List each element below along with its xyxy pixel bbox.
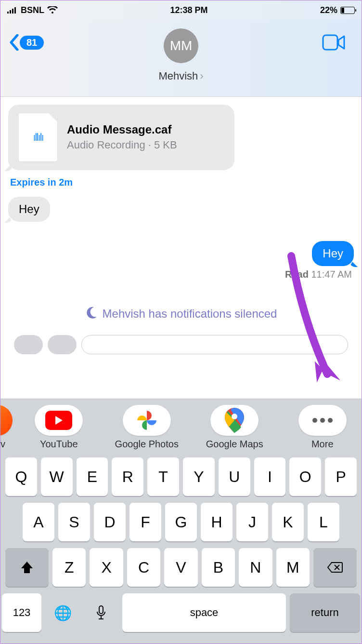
signal-icon [7,7,18,13]
key-r[interactable]: R [112,457,143,496]
key-y[interactable]: Y [183,457,215,496]
key-x[interactable]: X [90,548,123,587]
keyboard: QWERTYUIOP ASDFGHJKL ZXCVBNM 123 🌐 space… [0,453,362,644]
battery-percent: 22% [320,5,337,15]
video-call-button[interactable] [322,34,345,53]
key-e[interactable]: E [77,457,108,496]
key-w[interactable]: W [41,457,73,496]
app-google-photos[interactable]: Google Photos [108,405,186,450]
key-i[interactable]: I [254,457,286,496]
key-t[interactable]: T [147,457,179,496]
app-google-maps[interactable]: Google Maps [195,405,274,450]
incoming-audio-attachment[interactable]: ıllılı Audio Message.caf Audio Recording… [8,105,234,170]
app-partial[interactable]: v [0,405,10,450]
space-key[interactable]: space [122,593,286,632]
key-p[interactable]: P [325,457,357,496]
svg-point-5 [232,414,237,419]
apps-button[interactable] [48,335,77,354]
key-n[interactable]: N [239,548,272,587]
dictation-key[interactable] [84,593,118,632]
key-k[interactable]: K [272,503,304,541]
back-badge: 81 [20,36,44,50]
key-h[interactable]: H [201,503,233,541]
shift-key[interactable] [5,548,49,587]
keyboard-area: v YouTube Google Photos Google Maps [0,399,362,644]
key-c[interactable]: C [127,548,160,587]
message-list: ıllılı Audio Message.caf Audio Recording… [0,97,362,354]
svg-rect-2 [12,9,13,13]
camera-button[interactable] [14,335,43,354]
read-receipt: Read 11:47 AM [8,269,354,280]
expires-label: Expires in 2m [10,177,354,188]
key-a[interactable]: A [23,503,54,541]
key-s[interactable]: S [58,503,90,541]
key-m[interactable]: M [276,548,310,587]
svg-rect-0 [7,12,9,13]
svg-rect-7 [99,606,103,614]
globe-key[interactable]: 🌐 [45,593,80,632]
status-bar: BSNL 12:38 PM 22% [0,0,362,20]
svg-rect-3 [14,7,16,13]
avatar[interactable]: MM [164,28,198,63]
clock: 12:38 PM [170,5,207,15]
audio-file-icon: ıllılı [19,113,57,161]
imessage-app-row: v YouTube Google Photos Google Maps [0,399,362,453]
key-q[interactable]: Q [5,457,37,496]
notifications-silenced-label: Mehvish has notifications silenced [8,306,354,322]
carrier-label: BSNL [21,5,44,15]
message-input[interactable] [81,335,348,354]
battery-icon [340,7,355,14]
chevron-right-icon: › [200,70,203,82]
key-d[interactable]: D [94,503,126,541]
backspace-key[interactable] [313,548,357,587]
google-photos-icon [136,409,158,431]
key-l[interactable]: L [308,503,339,541]
svg-rect-4 [323,35,337,50]
key-u[interactable]: U [219,457,250,496]
return-key[interactable]: return [290,593,360,632]
outgoing-message[interactable]: Hey [312,241,354,266]
key-o[interactable]: O [289,457,321,496]
conversation-header: 81 MM Mehvish › [0,20,362,97]
contact-name: Mehvish [158,70,198,82]
key-g[interactable]: G [165,503,197,541]
wifi-icon [47,6,58,14]
key-f[interactable]: F [129,503,161,541]
key-v[interactable]: V [164,548,197,587]
moon-icon [85,306,98,322]
contact-name-row[interactable]: Mehvish › [158,70,203,82]
key-z[interactable]: Z [52,548,86,587]
compose-row [14,335,348,354]
key-b[interactable]: B [202,548,235,587]
key-j[interactable]: J [236,503,268,541]
back-button[interactable]: 81 [9,34,44,51]
more-icon [312,418,333,423]
attachment-title: Audio Message.caf [67,123,177,136]
google-maps-icon [225,408,244,433]
youtube-icon [45,411,72,430]
attachment-subtitle: Audio Recording · 5 KB [67,138,177,152]
incoming-message[interactable]: Hey [8,197,50,222]
numbers-key[interactable]: 123 [2,593,41,632]
app-more[interactable]: More [284,405,362,450]
svg-rect-1 [10,10,11,13]
app-youtube[interactable]: YouTube [20,405,98,450]
